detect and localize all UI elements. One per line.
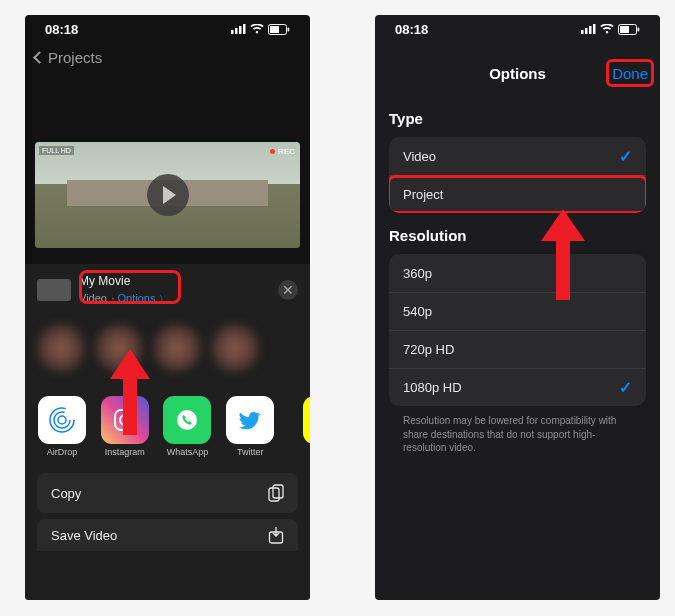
video-preview[interactable]: FULL HD REC [35,142,300,248]
instagram-icon [112,407,138,433]
status-icons [581,24,640,35]
checkmark-icon: ✓ [619,378,632,397]
svg-rect-19 [589,26,592,34]
fullhd-badge: FULL HD [39,146,74,155]
save-icon [268,526,284,544]
share-thumbnail [37,279,71,301]
svg-point-11 [120,415,130,425]
nav-back-label: Projects [48,49,102,66]
cellular-icon [231,24,246,34]
options-title: Options [489,65,546,82]
resolution-header: Resolution [389,227,646,244]
battery-icon [268,24,290,35]
checkmark-icon: ✓ [619,147,632,166]
close-button[interactable]: ✕ [278,280,298,300]
whatsapp-icon [173,406,201,434]
svg-rect-17 [581,30,584,34]
play-icon [163,186,176,204]
cellular-icon [581,24,596,34]
status-bar: 08:18 [25,15,310,43]
options-link[interactable]: Options 〉 [118,292,168,304]
svg-rect-23 [638,27,640,31]
share-sheet: My Movie Video · Options 〉 ✕ [25,264,310,600]
svg-point-12 [129,413,132,416]
play-button[interactable] [147,174,189,216]
type-header: Type [389,110,646,127]
options-screen: 08:18 Options Done Type Video ✓ Project … [375,15,660,600]
res-360-row[interactable]: 360p [389,254,646,292]
done-button[interactable]: Done [612,65,648,82]
svg-rect-14 [269,488,279,501]
share-item-title: My Movie [79,274,270,288]
svg-rect-18 [585,28,588,34]
svg-point-7 [58,416,66,424]
nav-back[interactable]: Projects [25,43,310,72]
svg-rect-20 [593,24,596,34]
twitter-app[interactable]: Twitter [225,396,275,457]
type-section: Type Video ✓ Project [375,96,660,213]
share-screen: 08:18 Projects FULL HD REC My Movie Vid [25,15,310,600]
type-video-row[interactable]: Video ✓ [389,137,646,175]
rec-badge: REC [270,147,295,156]
twitter-icon [235,405,265,435]
svg-rect-6 [288,27,290,31]
wifi-icon [250,24,264,34]
svg-rect-5 [270,26,279,33]
copy-icon [268,484,284,502]
instagram-app[interactable]: Instagram [100,396,150,457]
chevron-right-icon: 〉 [159,294,168,304]
res-1080-row[interactable]: 1080p HD ✓ [389,368,646,406]
contact-avatar[interactable] [153,324,201,372]
share-item-kind: Video [79,292,107,304]
res-720-row[interactable]: 720p HD [389,330,646,368]
share-item-row: My Movie Video · Options 〉 ✕ [37,274,298,314]
res-540-row[interactable]: 540p [389,292,646,330]
contact-avatar[interactable] [95,324,143,372]
battery-icon [618,24,640,35]
status-bar: 08:18 [375,15,660,43]
svg-point-13 [177,410,197,430]
contact-avatar[interactable] [37,324,85,372]
chevron-left-icon [33,51,46,64]
type-project-row[interactable]: Project [389,175,646,213]
resolution-section: Resolution 360p 540p 720p HD 1080p HD ✓ … [375,213,660,463]
clock: 08:18 [395,22,428,37]
wifi-icon [600,24,614,34]
svg-rect-1 [235,28,238,34]
contacts-row [37,324,298,376]
resolution-footnote: Resolution may be lowered for compatibil… [389,406,646,463]
svg-rect-3 [243,24,246,34]
apps-row: AirDrop Instagram WhatsApp Twitter [37,396,298,457]
clock: 08:18 [45,22,78,37]
snap-app[interactable]: S [288,396,310,457]
airdrop-app[interactable]: AirDrop [37,396,87,457]
save-video-action[interactable]: Save Video [37,519,298,551]
svg-rect-22 [620,26,629,33]
svg-rect-15 [273,485,283,498]
options-header: Options Done [375,43,660,96]
svg-point-8 [54,412,70,428]
svg-rect-2 [239,26,242,34]
action-list: Copy Save Video [37,473,298,551]
contact-avatar[interactable] [211,324,259,372]
status-icons [231,24,290,35]
copy-action[interactable]: Copy [37,473,298,513]
whatsapp-app[interactable]: WhatsApp [163,396,213,457]
svg-rect-0 [231,30,234,34]
airdrop-icon [47,405,77,435]
